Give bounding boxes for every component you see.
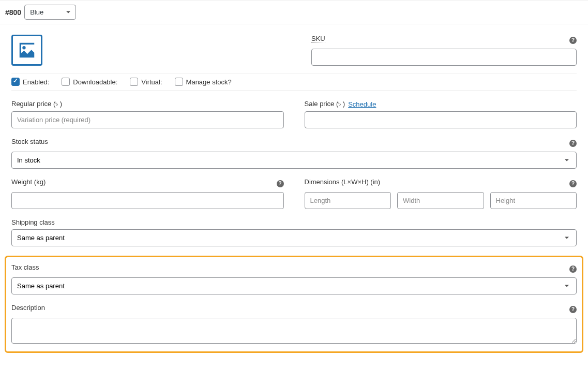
sale-price-input[interactable] xyxy=(305,111,577,128)
attribute-select[interactable]: Blue xyxy=(24,5,76,20)
description-label: Description xyxy=(11,304,45,312)
regular-price-input[interactable] xyxy=(11,111,284,128)
sku-input[interactable] xyxy=(311,49,577,66)
downloadable-label: Downloadable: xyxy=(73,78,117,86)
help-icon[interactable]: ? xyxy=(569,140,577,147)
stock-status-select[interactable]: In stock xyxy=(11,152,577,169)
regular-price-label: Regular price (৳ ) xyxy=(11,100,284,108)
length-input[interactable] xyxy=(305,192,391,209)
variation-content: SKU ? Enabled: Downloadable: Virtual: Ma… xyxy=(0,24,588,353)
help-icon[interactable]: ? xyxy=(569,265,577,273)
manage-stock-label: Manage stock? xyxy=(186,78,232,86)
shipping-class-select[interactable]: Same as parent xyxy=(11,229,577,246)
height-input[interactable] xyxy=(490,192,577,209)
help-icon[interactable]: ? xyxy=(569,180,577,187)
downloadable-checkbox-item[interactable]: Downloadable: xyxy=(62,78,117,86)
dimensions-label: Dimensions (L×W×H) (in) xyxy=(305,178,381,186)
help-icon[interactable]: ? xyxy=(569,306,577,313)
sku-label: SKU xyxy=(311,35,325,42)
enabled-label: Enabled: xyxy=(23,78,49,86)
manage-stock-checkbox-item[interactable]: Manage stock? xyxy=(175,78,232,86)
virtual-checkbox-item[interactable]: Virtual: xyxy=(130,78,162,86)
manage-stock-checkbox[interactable] xyxy=(175,78,183,86)
weight-label: Weight (kg) xyxy=(11,178,46,186)
sale-price-label: Sale price (৳ ) xyxy=(305,100,345,108)
stock-status-label: Stock status xyxy=(11,138,48,145)
description-textarea[interactable] xyxy=(11,318,577,344)
tax-class-select[interactable]: Same as parent xyxy=(11,277,577,294)
width-input[interactable] xyxy=(397,192,484,209)
image-icon xyxy=(17,40,37,60)
variation-image-placeholder[interactable] xyxy=(11,35,42,66)
downloadable-checkbox[interactable] xyxy=(62,78,70,86)
checkbox-row: Enabled: Downloadable: Virtual: Manage s… xyxy=(11,73,577,91)
shipping-class-label: Shipping class xyxy=(11,218,577,226)
weight-input[interactable] xyxy=(11,192,284,209)
tax-class-label: Tax class xyxy=(11,263,39,271)
enabled-checkbox-item[interactable]: Enabled: xyxy=(11,78,49,86)
variation-header: #800 Blue xyxy=(0,0,588,24)
highlight-box: Tax class ? Same as parent Description ? xyxy=(5,256,583,353)
virtual-label: Virtual: xyxy=(141,78,162,86)
virtual-checkbox[interactable] xyxy=(130,78,138,86)
help-icon[interactable]: ? xyxy=(277,180,284,187)
schedule-link[interactable]: Schedule xyxy=(348,100,376,108)
help-icon[interactable]: ? xyxy=(569,37,577,44)
enabled-checkbox[interactable] xyxy=(11,78,20,86)
variation-id: #800 xyxy=(5,8,21,17)
